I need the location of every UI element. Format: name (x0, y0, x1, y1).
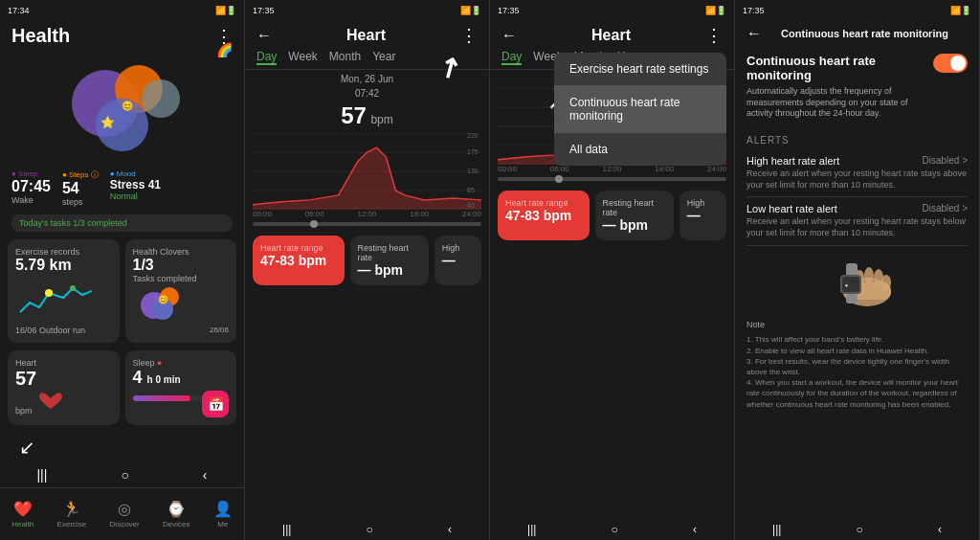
recent-gesture-3[interactable]: ‹ (693, 523, 697, 536)
back-gesture-3[interactable]: ||| (527, 523, 536, 536)
low-alert-name: Low heart rate alert Disabled > (746, 203, 968, 214)
tab-month-2[interactable]: Month (329, 50, 361, 65)
back-button-4[interactable]: ← (746, 25, 762, 42)
home-gesture-4[interactable]: ○ (857, 523, 863, 536)
health-clovers-card[interactable]: Health Clovers 1/3 Tasks completed 😊 26/… (125, 239, 237, 343)
high-card-2[interactable]: High — (434, 236, 481, 285)
tab-year-2[interactable]: Year (372, 50, 395, 65)
high-alert-name: High heart rate alert Disabled > (746, 155, 968, 167)
chart-slider-2[interactable] (245, 218, 489, 230)
recent-gesture-1[interactable]: ‹ (203, 467, 208, 483)
resting-label-2: Resting heart rate (358, 243, 421, 262)
chart-slider-3[interactable] (490, 173, 734, 185)
home-gesture-2[interactable]: ○ (367, 523, 373, 536)
sys-nav-1: ||| ○ ‹ (0, 463, 244, 486)
slider-thumb-3[interactable] (555, 175, 563, 183)
high-value-3: — (687, 208, 719, 223)
sleep-sub: Wake (11, 195, 51, 205)
resting-card-2[interactable]: Resting heart rate — bpm (350, 236, 429, 285)
status-bar-4: 17:35 📶🔋 (735, 0, 979, 21)
heart-range-value-2: 47-83 bpm (260, 253, 337, 268)
steps-stat: ● Steps ⓘ 54 steps (62, 169, 99, 207)
svg-point-28 (864, 267, 874, 284)
back-gesture-1[interactable]: ||| (36, 467, 47, 483)
back-gesture-4[interactable]: ||| (772, 523, 781, 536)
monitoring-header: ← Continuous heart rate monitoring (735, 21, 979, 46)
back-gesture-2[interactable]: ||| (282, 523, 291, 536)
slider-thumb-2[interactable] (310, 220, 318, 228)
monitoring-desc: Automatically adjusts the frequency of m… (746, 86, 933, 120)
nav-me[interactable]: 👤 Me (213, 500, 233, 529)
heart-bpm-unit: bpm (15, 406, 33, 416)
exercise-value: 5.79 km (15, 257, 112, 274)
status-bar-2: 17:35 📶🔋 (245, 0, 489, 21)
svg-text:220: 220 (467, 133, 479, 139)
heart-menu-2[interactable]: ⋮ (460, 25, 478, 46)
svg-marker-7 (253, 147, 481, 210)
recent-gesture-4[interactable]: ‹ (938, 523, 942, 536)
resting-card-3[interactable]: Resting heart rate — bpm (595, 191, 674, 240)
heart-range-value-3: 47-83 bpm (505, 208, 582, 223)
nav-discover[interactable]: ◎ Discover (110, 500, 140, 529)
heart-title-3: Heart (591, 27, 631, 44)
heart-card[interactable]: Heart 57 bpm ↙ (8, 350, 120, 425)
recent-gesture-2[interactable]: ‹ (448, 523, 452, 536)
tab-day-2[interactable]: Day (256, 50, 277, 65)
home-gesture-3[interactable]: ○ (612, 523, 618, 536)
x-label-2: 12:00 (357, 210, 376, 218)
tasks-bar[interactable]: Today's tasks 1/3 completed (11, 214, 233, 232)
tab-day-3[interactable]: Day (501, 50, 522, 65)
nav-health[interactable]: ❤️ Health (11, 500, 33, 529)
x-label-1: 06:00 (305, 210, 324, 218)
bottom-cards: Heart 57 bpm ↙ Sleep ● 4 h 0 min 📅 (0, 347, 244, 429)
low-heart-rate-alert[interactable]: Low heart rate alert Disabled > Receive … (746, 197, 968, 245)
exercise-card[interactable]: Exercise records 5.79 km 16/06 Outdoor r… (8, 239, 120, 343)
nav-me-label: Me (217, 520, 228, 529)
heart-menu-3[interactable]: ⋮ (705, 25, 723, 46)
screen-continuous-monitoring: 17:35 📶🔋 ← Continuous heart rate monitor… (735, 0, 980, 540)
bpm-display-2: 57 bpm (245, 99, 489, 133)
calendar-icon[interactable]: 📅 (202, 391, 229, 417)
watch-illustration: ♥ (819, 254, 896, 311)
nav-discover-label: Discover (110, 520, 140, 529)
heart-icon (36, 390, 65, 414)
svg-text:♥: ♥ (845, 282, 848, 288)
menu-all-data[interactable]: All data (554, 133, 726, 166)
tasks-text: Today's tasks 1/3 completed (19, 218, 127, 228)
health-nav-icon: ❤️ (13, 500, 33, 518)
heart-chart-2: 220 175 130 85 40 (253, 133, 481, 210)
heart-header-2: ← Heart ⋮ (245, 21, 489, 50)
toggle-knob (950, 56, 966, 71)
star-icon: ⭐ (100, 116, 115, 129)
heart-range-card-3[interactable]: Heart rate range 47-83 bpm (498, 191, 590, 240)
nav-exercise[interactable]: 🏃 Exercise (57, 500, 87, 529)
resting-value-3: — bpm (603, 217, 666, 233)
me-nav-icon: 👤 (213, 500, 233, 518)
monitoring-content: Continuous heart rate monitoring Automat… (735, 46, 979, 527)
health-header: Health ⋮ (0, 21, 244, 51)
alerts-title: ALERTS (746, 135, 968, 146)
nav-devices[interactable]: ⌚ Devices (163, 500, 189, 529)
high-card-3[interactable]: High — (679, 191, 726, 240)
sleep-card[interactable]: Sleep ● 4 h 0 min 📅 (125, 350, 237, 425)
note-1: 1. This will affect your band's battery … (746, 334, 968, 345)
monitoring-toggle[interactable] (933, 54, 968, 73)
activity-circles: ⭐ 😊 (0, 51, 244, 166)
note-4: 4. When you start a workout, the device … (746, 377, 968, 410)
chart-x-labels-3: 00:00 06:00 12:00 18:00 24:00 (490, 165, 734, 173)
high-heart-rate-alert[interactable]: High heart rate alert Disabled > Receive… (746, 149, 968, 197)
menu-exercise-settings[interactable]: Exercise heart rate settings (554, 53, 726, 86)
monitoring-main-title: Continuous heart rate monitoring (746, 54, 933, 82)
menu-continuous-monitoring[interactable]: Continuous heart rate monitoring (554, 86, 726, 133)
tab-week-2[interactable]: Week (288, 50, 317, 65)
home-gesture-1[interactable]: ○ (121, 467, 128, 483)
back-button-3[interactable]: ← (501, 27, 517, 44)
discover-nav-icon: ◎ (118, 500, 131, 518)
steps-value: 54 (62, 180, 99, 197)
monitoring-text: Continuous heart rate monitoring Automat… (746, 54, 933, 127)
note-section: Note 1. This will affect your band's bat… (746, 319, 968, 410)
back-button-2[interactable]: ← (256, 27, 272, 44)
low-alert-desc: Receive an alert when your resting heart… (746, 216, 968, 238)
heart-range-card-2[interactable]: Heart rate range 47-83 bpm (253, 236, 345, 285)
high-label-2: High (442, 243, 474, 253)
